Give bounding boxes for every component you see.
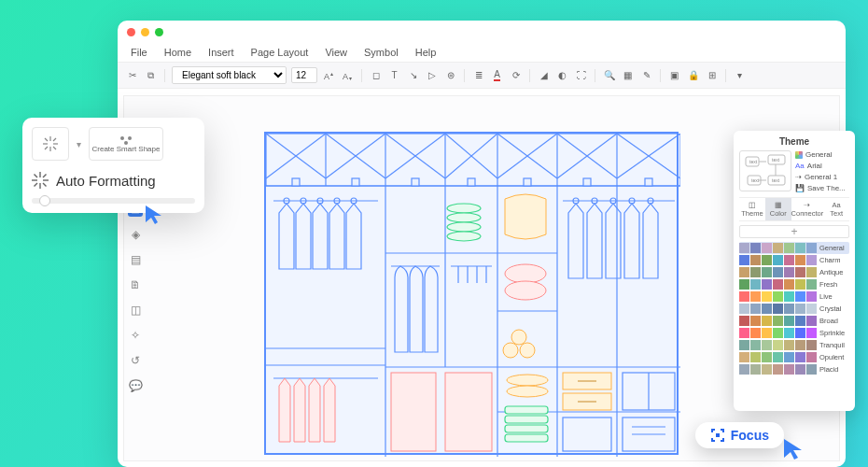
font-increase-icon[interactable]: A▴ — [322, 68, 336, 82]
svg-line-113 — [43, 175, 47, 178]
popup-slider[interactable] — [32, 198, 195, 204]
shadow-icon[interactable]: ◐ — [555, 68, 569, 82]
theme-tab-connector[interactable]: ⇢Connector — [791, 198, 824, 220]
rail-comments-icon[interactable]: 💬 — [128, 378, 143, 393]
svg-text:▴: ▴ — [330, 71, 333, 77]
focus-button[interactable]: Focus — [695, 422, 784, 448]
menu-page-layout[interactable]: Page Layout — [251, 47, 309, 58]
svg-point-71 — [520, 343, 535, 358]
menu-help[interactable]: Help — [415, 47, 437, 58]
svg-rect-83 — [445, 373, 492, 451]
svg-rect-30 — [524, 178, 531, 186]
theme-opt-connector[interactable]: ⇢General 1 — [795, 173, 849, 181]
lock-icon[interactable]: 🔒 — [686, 68, 700, 82]
arrange-icon[interactable]: ⊞ — [705, 68, 719, 82]
theme-swatch-row[interactable]: Charm — [739, 254, 849, 266]
svg-rect-65 — [505, 425, 548, 432]
crop-icon[interactable]: ⛶ — [574, 68, 588, 82]
theme-preview-thumb[interactable]: texttexttexttext — [739, 150, 791, 191]
cut-icon[interactable]: ✂ — [125, 68, 139, 82]
rotate-icon[interactable]: ⟳ — [509, 68, 523, 82]
svg-text:text: text — [751, 177, 760, 183]
maximize-traffic-light[interactable] — [155, 28, 163, 36]
menu-home[interactable]: Home — [164, 47, 191, 58]
layers-icon[interactable]: ▦ — [621, 68, 635, 82]
theme-swatch-row[interactable]: Fresh — [739, 278, 849, 290]
rail-layers-icon[interactable]: ◈ — [128, 227, 143, 242]
canvas[interactable]: » ⊞ ◈ ▤ 🗎 ◫ ✧ ↺ 💬 — [123, 95, 840, 461]
theme-swatch-row[interactable]: Placid — [739, 363, 849, 375]
rail-clipart-icon[interactable]: ✧ — [128, 328, 143, 343]
svg-point-61 — [447, 222, 481, 232]
focus-icon — [710, 428, 725, 443]
minimize-traffic-light[interactable] — [141, 28, 149, 36]
svg-rect-64 — [505, 416, 548, 423]
svg-text:A: A — [343, 72, 348, 81]
theme-tab-theme[interactable]: ◫Theme — [739, 198, 765, 220]
search-icon[interactable]: 🔍 — [602, 68, 616, 82]
svg-text:A: A — [324, 72, 329, 81]
sparkle-button[interactable] — [32, 127, 69, 161]
theme-swatch-row[interactable]: General — [739, 242, 849, 254]
rail-image-icon[interactable]: ◫ — [128, 303, 143, 318]
titlebar — [118, 21, 846, 43]
menu-view[interactable]: View — [325, 47, 347, 58]
theme-swatch-row[interactable]: Opulent — [739, 351, 849, 363]
font-size-input[interactable] — [291, 67, 317, 83]
menu-file[interactable]: File — [131, 47, 147, 58]
pen-icon[interactable]: ✎ — [639, 68, 653, 82]
svg-point-74 — [507, 386, 548, 397]
font-family-select[interactable]: Elegant soft black — [172, 66, 287, 84]
theme-panel-title: Theme — [739, 136, 849, 147]
font-color-icon[interactable]: A — [490, 68, 504, 82]
theme-opt-save[interactable]: 💾Save The... — [795, 184, 849, 192]
theme-swatch-row[interactable]: Broad — [739, 315, 849, 327]
rail-page-icon[interactable]: 🗎 — [128, 277, 143, 292]
rail-outline-icon[interactable]: ▤ — [128, 252, 143, 267]
theme-swatch-row[interactable]: Antique — [739, 266, 849, 278]
shape-tool-icon[interactable]: ◻ — [369, 68, 383, 82]
theme-swatch-row[interactable]: Crystal — [739, 303, 849, 315]
svg-rect-115 — [716, 433, 720, 437]
theme-tab-color[interactable]: ▦Color — [765, 198, 791, 220]
svg-point-68 — [505, 281, 546, 300]
theme-swatch-row[interactable]: Live — [739, 290, 849, 303]
text-tool-icon[interactable]: T — [387, 68, 401, 82]
svg-text:text: text — [772, 157, 780, 163]
svg-rect-87 — [563, 417, 611, 451]
svg-rect-63 — [505, 406, 548, 414]
svg-text:▾: ▾ — [349, 76, 352, 81]
sparkle-icon — [32, 172, 49, 189]
svg-rect-31 — [583, 178, 591, 186]
group-icon[interactable]: ▣ — [667, 68, 681, 82]
align-tool-icon[interactable]: ≣ — [471, 68, 485, 82]
create-smart-shape-button[interactable]: Create Smart Shape — [89, 127, 163, 161]
svg-point-72 — [511, 330, 526, 345]
svg-point-60 — [447, 213, 481, 222]
svg-rect-27 — [352, 178, 359, 186]
font-decrease-icon[interactable]: A▾ — [341, 68, 355, 82]
theme-add-button[interactable]: + — [739, 225, 849, 238]
menu-insert[interactable]: Insert — [208, 47, 234, 58]
theme-opt-general[interactable]: General — [795, 150, 849, 159]
pointer-tool-icon[interactable]: ▷ — [425, 68, 439, 82]
theme-tab-text[interactable]: AaText — [823, 198, 849, 220]
rail-history-icon[interactable]: ↺ — [128, 353, 143, 368]
fill-color-icon[interactable]: ◢ — [537, 68, 551, 82]
auto-formatting-item[interactable]: Auto Formatting — [32, 172, 195, 189]
theme-swatch-row[interactable]: Sprinkle — [739, 327, 849, 339]
svg-rect-26 — [292, 178, 300, 186]
theme-swatch-row[interactable]: Tranquil — [739, 339, 849, 351]
menu-symbol[interactable]: Symbol — [364, 47, 399, 58]
theme-opt-font[interactable]: AaArial — [795, 162, 849, 170]
more-icon[interactable]: ▾ — [733, 68, 747, 82]
menu-bar: File Home Insert Page Layout View Symbol… — [118, 43, 846, 62]
close-traffic-light[interactable] — [127, 28, 135, 36]
svg-point-59 — [447, 204, 481, 213]
svg-point-70 — [503, 343, 518, 358]
line-tool-icon[interactable]: ↘ — [406, 68, 420, 82]
svg-point-106 — [124, 141, 128, 145]
connector-tool-icon[interactable]: ⊜ — [443, 68, 457, 82]
copy-icon[interactable]: ⧉ — [144, 68, 158, 82]
svg-point-62 — [447, 232, 481, 241]
